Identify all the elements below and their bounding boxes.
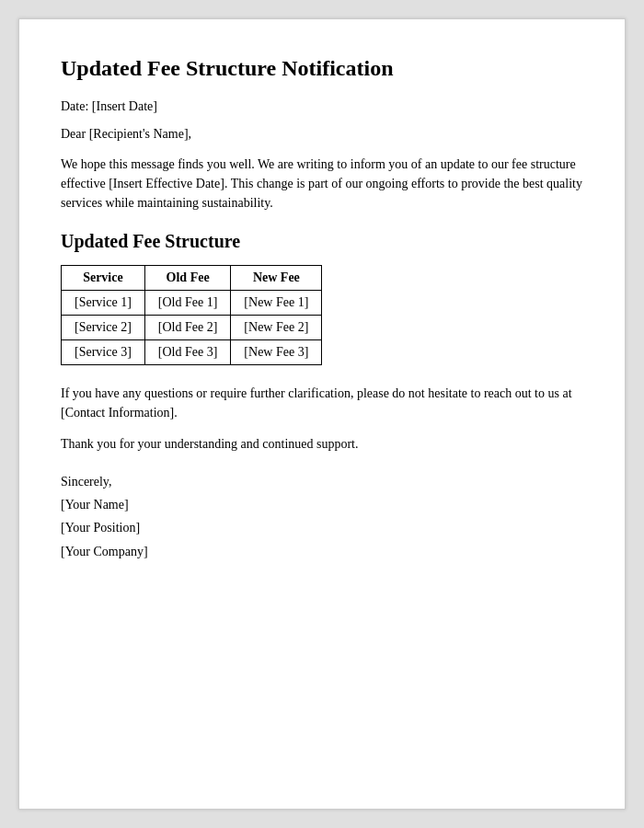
fee-table: Service Old Fee New Fee [Service 1][Old …: [61, 265, 322, 365]
table-row: [Service 1][Old Fee 1][New Fee 1]: [62, 291, 322, 316]
table-cell-1-1: [Old Fee 2]: [144, 316, 231, 340]
table-cell-2-1: [Old Fee 3]: [144, 340, 231, 365]
document-title: Updated Fee Structure Notification: [61, 56, 583, 81]
contact-paragraph: If you have any questions or require fur…: [61, 384, 583, 422]
col-header-old-fee: Old Fee: [144, 266, 231, 291]
salutation: Dear [Recipient's Name],: [61, 127, 583, 142]
table-cell-1-2: [New Fee 2]: [231, 316, 322, 340]
col-header-new-fee: New Fee: [231, 266, 322, 291]
table-cell-2-2: [New Fee 3]: [231, 340, 322, 365]
closing-position: [Your Position]: [61, 521, 140, 535]
closing-block: Sincerely, [Your Name] [Your Position] […: [61, 470, 583, 563]
intro-paragraph: We hope this message finds you well. We …: [61, 155, 583, 213]
closing-name: [Your Name]: [61, 498, 129, 512]
table-row: [Service 3][Old Fee 3][New Fee 3]: [62, 340, 322, 365]
date-line: Date: [Insert Date]: [61, 99, 583, 114]
col-header-service: Service: [62, 266, 145, 291]
table-cell-0-0: [Service 1]: [62, 291, 145, 316]
table-cell-1-0: [Service 2]: [62, 316, 145, 340]
document-container: Updated Fee Structure Notification Date:…: [18, 18, 626, 810]
table-cell-2-0: [Service 3]: [62, 340, 145, 365]
table-cell-0-1: [Old Fee 1]: [144, 291, 231, 316]
closing-company: [Your Company]: [61, 545, 148, 558]
table-row: [Service 2][Old Fee 2][New Fee 2]: [62, 316, 322, 340]
section-heading: Updated Fee Structure: [61, 231, 583, 252]
table-header-row: Service Old Fee New Fee: [62, 266, 322, 291]
closing-label: Sincerely,: [61, 475, 111, 489]
thanks-paragraph: Thank you for your understanding and con…: [61, 437, 583, 452]
table-cell-0-2: [New Fee 1]: [231, 291, 322, 316]
